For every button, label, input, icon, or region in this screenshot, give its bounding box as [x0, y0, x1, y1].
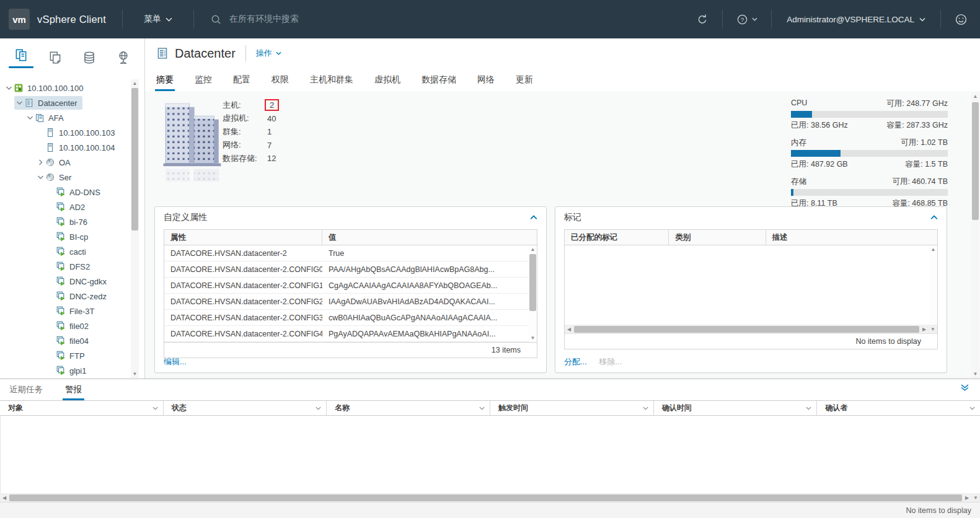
attribute-row[interactable]: DATACORE.HVSAN.datacenter-2True: [164, 245, 537, 261]
tree-item-file02[interactable]: file02: [0, 318, 144, 333]
tree-item-DNC-gdkx[interactable]: DNC-gdkx: [0, 274, 144, 289]
tree-item-bi-76[interactable]: bi-76: [0, 214, 144, 229]
assign-tag-link[interactable]: 分配...: [564, 357, 587, 366]
tree-item-DFS2[interactable]: DFS2: [0, 259, 144, 274]
alarm-column-对象[interactable]: 对象: [0, 401, 164, 415]
inventory-tab-hosts-and-clusters[interactable]: [7, 42, 35, 74]
user-menu[interactable]: Administrator@VSPHERE.LOCAL: [772, 15, 940, 24]
tab-数据存储[interactable]: 数据存储: [422, 74, 456, 91]
tree-item-glpi1[interactable]: glpi1: [0, 363, 144, 378]
tags-hscrollbar[interactable]: ◀ ▶ ▼: [565, 325, 937, 333]
column-filter-chevron-icon[interactable]: [643, 406, 648, 410]
tab-监控[interactable]: 监控: [195, 74, 212, 91]
tab-权限[interactable]: 权限: [271, 74, 289, 91]
scrollbar-thumb[interactable]: [529, 254, 536, 311]
collapse-chevron-icon[interactable]: [930, 215, 938, 220]
alarm-column-名称[interactable]: 名称: [327, 401, 490, 415]
tree-item-OA[interactable]: OA: [0, 155, 144, 170]
scroll-up-arrow-icon[interactable]: ▲: [529, 245, 537, 253]
scroll-up-arrow-icon[interactable]: ▲: [131, 79, 139, 87]
inventory-tab-networking[interactable]: [109, 42, 138, 74]
attribute-row[interactable]: DATACORE.HVSAN.datacenter-2.CONFIG0PAA/A…: [164, 261, 537, 278]
tree-item-Datacenter[interactable]: Datacenter: [0, 95, 144, 110]
tab-网络[interactable]: 网络: [477, 74, 495, 91]
tree-item-FTP[interactable]: FTP: [0, 348, 144, 363]
tree-item-10.100.100.104[interactable]: 10.100.100.104: [0, 140, 144, 155]
alarms-hscrollbar[interactable]: ◀ ▶ ▼: [0, 493, 980, 502]
double-chevron-down-icon[interactable]: [961, 384, 969, 391]
tab-配置[interactable]: 配置: [233, 74, 250, 91]
attribute-row[interactable]: DATACORE.HVSAN.datacenter-2.CONFIG4PgAyA…: [164, 326, 537, 342]
column-header-值[interactable]: 值: [322, 230, 537, 245]
tree-scrollbar[interactable]: ▲ ▼: [131, 79, 139, 378]
collapse-caret-icon[interactable]: [14, 100, 24, 106]
expand-caret-icon[interactable]: [35, 159, 45, 165]
inventory-tab-vms-and-templates[interactable]: [41, 42, 69, 74]
alarm-column-确认者[interactable]: 确认者: [817, 401, 980, 415]
scroll-down-arrow-icon[interactable]: ▼: [971, 493, 980, 502]
collapse-chevron-icon[interactable]: [530, 215, 537, 220]
column-filter-chevron-icon[interactable]: [479, 406, 485, 410]
help-menu[interactable]: ?: [723, 14, 771, 25]
refresh-button[interactable]: [683, 14, 722, 25]
tab-更新[interactable]: 更新: [516, 74, 533, 91]
scroll-left-arrow-icon[interactable]: ◀: [565, 325, 573, 333]
tree-item-AD2[interactable]: AD2: [0, 200, 144, 214]
tree-item-file04[interactable]: file04: [0, 333, 144, 348]
scroll-up-arrow-icon[interactable]: ▲: [971, 92, 979, 100]
attribute-row[interactable]: DATACORE.HVSAN.datacenter-2.CONFIG3cwB0A…: [164, 310, 537, 326]
alarm-column-状态[interactable]: 状态: [164, 401, 327, 415]
column-filter-chevron-icon[interactable]: [806, 406, 811, 410]
bottom-tab-近期任务[interactable]: 近期任务: [9, 384, 43, 400]
scrollbar-thumb[interactable]: [972, 102, 979, 220]
tab-摘要[interactable]: 摘要: [156, 74, 174, 91]
column-header-属性[interactable]: 属性: [164, 230, 322, 245]
scroll-down-arrow-icon[interactable]: ▼: [131, 370, 139, 378]
tree-item-BI-cp[interactable]: BI-cp: [0, 229, 144, 244]
global-search[interactable]: 在所有环境中搜索: [194, 14, 299, 25]
tree-item-File-3T[interactable]: File-3T: [0, 304, 144, 318]
tree-item-cacti[interactable]: cacti: [0, 244, 144, 259]
scrollbar-thumb[interactable]: [9, 494, 962, 501]
scrollbar-thumb[interactable]: [574, 326, 919, 333]
attribute-row[interactable]: DATACORE.HVSAN.datacenter-2.CONFIG1CgAgA…: [164, 278, 537, 294]
scroll-left-arrow-icon[interactable]: ◀: [0, 493, 9, 502]
tree-item-10.100.100.103[interactable]: 10.100.100.103: [0, 125, 144, 140]
scroll-down-arrow-icon[interactable]: ▼: [971, 370, 979, 378]
tree-item-AD-DNS[interactable]: AD-DNS: [0, 185, 144, 200]
tree-item-DNC-zedz[interactable]: DNC-zedz: [0, 289, 144, 304]
scroll-right-arrow-icon[interactable]: ▶: [920, 325, 929, 333]
column-header-已分配的标记[interactable]: 已分配的标记: [565, 230, 669, 245]
column-filter-chevron-icon[interactable]: [316, 406, 321, 410]
tree-item-10.100.100.100[interactable]: 10.100.100.100: [0, 81, 144, 95]
tags-vscrollbar[interactable]: ▲: [929, 245, 937, 325]
column-header-描述[interactable]: 描述: [766, 230, 937, 245]
tab-虚拟机[interactable]: 虚拟机: [374, 74, 400, 91]
bottom-tab-警报[interactable]: 警报: [65, 384, 82, 400]
collapse-caret-icon[interactable]: [4, 85, 14, 91]
alarm-column-触发时间[interactable]: 触发时间: [490, 401, 654, 415]
remove-tag-link[interactable]: 移除...: [599, 357, 622, 366]
scrollbar-thumb[interactable]: [131, 88, 138, 230]
actions-dropdown[interactable]: 操作: [256, 48, 281, 59]
column-filter-chevron-icon[interactable]: [969, 406, 975, 410]
attribute-row[interactable]: DATACORE.HVSAN.datacenter-2.CONFIG2IAAgA…: [164, 294, 537, 310]
column-filter-chevron-icon[interactable]: [152, 406, 158, 410]
edit-attributes-link[interactable]: 编辑...: [164, 356, 187, 367]
tree-item-Ser[interactable]: Ser: [0, 170, 144, 185]
content-scrollbar[interactable]: ▲ ▼: [971, 92, 979, 378]
feedback-button[interactable]: [941, 13, 970, 26]
column-header-类别[interactable]: 类别: [669, 230, 766, 245]
alarm-column-确认时间[interactable]: 确认时间: [654, 401, 818, 415]
collapse-caret-icon[interactable]: [35, 174, 45, 180]
attributes-scrollbar[interactable]: ▲ ▼: [529, 245, 537, 342]
scroll-down-arrow-icon[interactable]: ▼: [929, 325, 937, 333]
tab-主机和群集[interactable]: 主机和群集: [310, 74, 353, 91]
scroll-up-arrow-icon[interactable]: ▲: [929, 245, 937, 253]
inventory-tab-storage[interactable]: [75, 42, 104, 74]
tree-item-AFA[interactable]: AFA: [0, 110, 144, 125]
scroll-right-arrow-icon[interactable]: ▶: [963, 493, 971, 502]
scroll-down-arrow-icon[interactable]: ▼: [529, 334, 537, 342]
menu-dropdown[interactable]: 菜单: [123, 14, 193, 25]
collapse-caret-icon[interactable]: [25, 115, 35, 121]
